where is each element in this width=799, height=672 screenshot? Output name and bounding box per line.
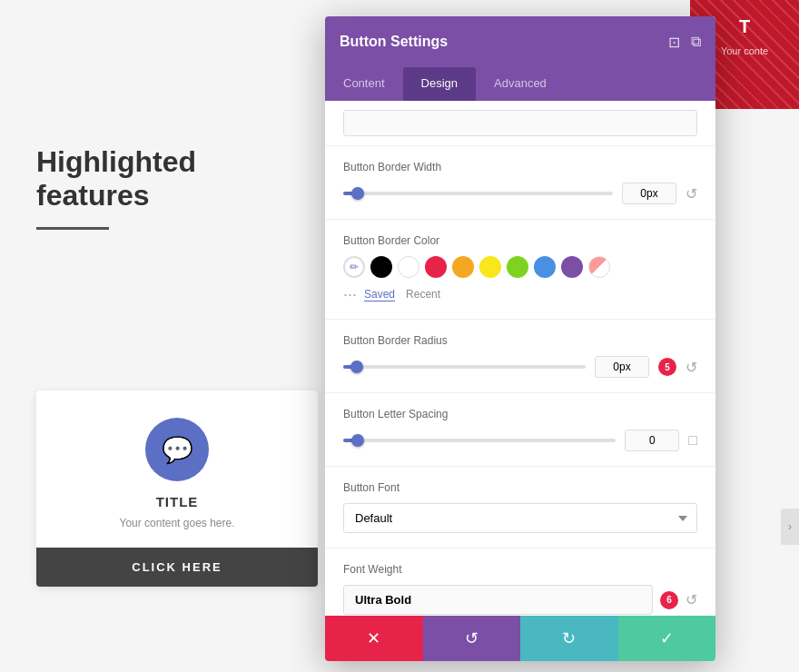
tab-design[interactable]: Design: [403, 67, 476, 101]
undo-button[interactable]: ↺: [423, 616, 521, 661]
border-radius-label: Button Border Radius: [343, 334, 697, 347]
panel-title: Button Settings: [340, 34, 448, 50]
swatch-green[interactable]: [507, 256, 528, 278]
panel-header: Button Settings ⊡ ⧉: [325, 16, 715, 67]
border-width-track[interactable]: [343, 192, 613, 195]
card-body-text: Your content goes here.: [120, 517, 235, 529]
border-width-reset-icon[interactable]: ↺: [686, 185, 697, 203]
font-weight-value: Ultra Bold: [343, 585, 653, 615]
color-tab-saved[interactable]: Saved: [364, 288, 395, 301]
page-heading: Highlighted features: [36, 145, 291, 212]
tab-advanced[interactable]: Advanced: [476, 67, 565, 101]
swatch-purple[interactable]: [561, 256, 583, 278]
settings-panel[interactable]: Button Settings ⊡ ⧉ Content Design Advan…: [325, 16, 715, 661]
swatch-yellow[interactable]: [479, 256, 501, 278]
swatch-blue[interactable]: [534, 256, 556, 278]
letter-spacing-label: Button Letter Spacing: [343, 408, 697, 420]
page-divider: [36, 227, 109, 230]
border-radius-track[interactable]: [343, 365, 586, 369]
panel-body: Button Border Width 0px ↺ Button Border …: [325, 101, 715, 616]
font-select[interactable]: Default: [343, 503, 697, 533]
panel-search-input[interactable]: [343, 110, 697, 136]
border-radius-input[interactable]: 0px: [595, 356, 649, 378]
banner-subtitle: Your conte: [721, 45, 768, 56]
panel-search-bar: [325, 101, 715, 146]
border-width-slider-row: 0px ↺: [343, 183, 697, 204]
device-icon[interactable]: □: [688, 432, 697, 449]
border-width-label: Button Border Width: [343, 161, 697, 173]
font-section: Button Font Default: [325, 467, 715, 548]
tab-content[interactable]: Content: [325, 67, 403, 101]
color-picker-icon[interactable]: ✏: [343, 256, 365, 278]
font-label: Button Font: [343, 481, 697, 494]
panel-tabs: Content Design Advanced: [325, 67, 715, 101]
swatch-black[interactable]: [370, 256, 392, 278]
card-inner: 💬 TITLE Your content goes here.: [36, 390, 318, 548]
font-weight-reset-icon[interactable]: ↺: [686, 591, 697, 608]
swatch-white[interactable]: [398, 256, 419, 278]
more-colors-icon[interactable]: ···: [343, 285, 357, 304]
undo-icon: ↺: [465, 628, 478, 648]
border-radius-section: Button Border Radius 0px 5 ↺: [325, 320, 715, 393]
feature-card: 💬 TITLE Your content goes here. CLICK HE…: [36, 390, 318, 587]
color-tab-recent[interactable]: Recent: [406, 288, 440, 301]
save-button[interactable]: ✓: [618, 616, 716, 661]
border-radius-slider-row: 0px 5 ↺: [343, 356, 697, 378]
letter-spacing-slider-row: 0 □: [343, 430, 697, 451]
panel-header-icons: ⊡ ⧉: [668, 34, 701, 51]
font-weight-label: Font Weight: [343, 563, 697, 576]
border-width-input[interactable]: 0px: [622, 183, 676, 204]
expand-icon[interactable]: ⊡: [668, 34, 680, 51]
font-weight-display: Ultra Bold 6 ↺: [343, 585, 697, 615]
banner-title: T: [739, 16, 750, 37]
border-color-label: Button Border Color: [343, 234, 697, 247]
font-weight-badge: 6: [660, 591, 678, 609]
letter-spacing-thumb[interactable]: [351, 434, 364, 447]
color-row-bottom: ··· Saved Recent: [343, 285, 697, 304]
swatch-transparent[interactable]: [588, 256, 610, 278]
font-weight-section: Font Weight Ultra Bold 6 ↺: [325, 548, 715, 616]
redo-icon: ↻: [562, 628, 576, 648]
border-color-section: Button Border Color ✏ ··· Saved: [325, 220, 715, 320]
border-radius-thumb[interactable]: [350, 361, 363, 373]
letter-spacing-section: Button Letter Spacing 0 □: [325, 393, 715, 467]
cancel-icon: ✕: [367, 628, 380, 648]
border-radius-reset-icon[interactable]: ↺: [686, 359, 697, 376]
card-cta-button[interactable]: CLICK HERE: [36, 548, 318, 587]
swatch-red[interactable]: [425, 256, 447, 278]
color-tabs: Saved Recent: [364, 288, 440, 301]
card-avatar: 💬: [145, 418, 209, 481]
border-width-section: Button Border Width 0px ↺: [325, 146, 715, 220]
letter-spacing-input[interactable]: 0: [625, 430, 679, 451]
chat-icon: 💬: [162, 435, 193, 465]
border-radius-badge: 5: [658, 358, 676, 376]
page-content-area: Highlighted features: [0, 127, 327, 275]
panel-actions: ✕ ↺ ↻ ✓: [325, 616, 715, 661]
cancel-button[interactable]: ✕: [325, 616, 423, 661]
color-swatches: ✏: [343, 256, 697, 278]
swatch-orange[interactable]: [452, 256, 474, 278]
letter-spacing-track[interactable]: [343, 439, 616, 442]
redo-button[interactable]: ↻: [520, 616, 618, 661]
check-icon: ✓: [660, 628, 674, 648]
card-title: TITLE: [156, 494, 199, 509]
border-width-thumb[interactable]: [351, 187, 364, 200]
split-icon[interactable]: ⧉: [691, 34, 701, 51]
